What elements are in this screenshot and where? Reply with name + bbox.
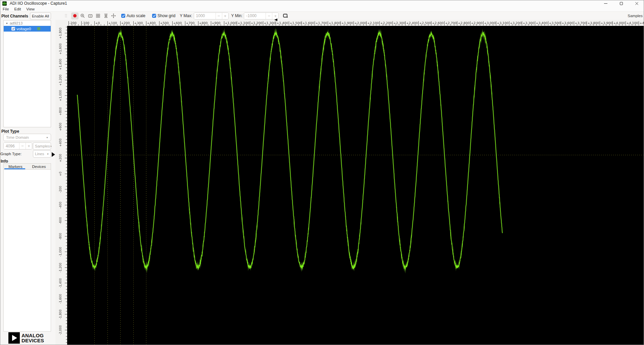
auto-scale-label: Auto scale [127,13,145,18]
enable-all-button[interactable]: Enable All [30,12,51,19]
app-icon [2,1,7,6]
zoom-out-button[interactable] [87,12,94,19]
sample-unit-value: Samples [35,144,50,148]
record-icon [73,14,77,17]
plot-channels-heading: Plot Channels [1,14,28,18]
show-grid-label: Show grid [157,13,175,18]
capture-plot [55,20,644,345]
toolbar-grip-handle[interactable] [65,14,67,17]
tab-devices-label: Devices [32,165,46,169]
graph-type-value: Lines [35,152,44,156]
tab-devices[interactable]: Devices [27,164,51,169]
checkbox-checked-icon [121,14,125,18]
hourglass-icon [104,13,108,18]
new-plot-icon [283,13,288,18]
y-min-increment-button[interactable]: + [272,13,278,19]
sample-count-decrement-button[interactable]: − [19,143,26,149]
zoom-in-button[interactable] [79,12,86,19]
menu-file[interactable]: File [0,6,12,12]
move-button[interactable] [110,12,117,19]
y-max-decrement-button[interactable]: − [216,13,222,19]
y-min-spinner: − + [244,12,279,19]
auto-scale-checkbox[interactable]: Auto scale [121,13,145,18]
adi-logo-icon [8,332,20,344]
channel-row-voltage0[interactable]: voltage0 [4,26,51,32]
graph-type-label: Graph Type: [0,152,21,156]
y-min-label: Y Min: [231,13,243,18]
x-marker-arrow-icon[interactable] [274,18,277,21]
logo-line2: DEVICES [21,338,44,343]
active-tab-underline [4,168,25,169]
zoom-out-icon [88,13,93,18]
window-title: ADI IIO Oscilloscope - Capture1 [10,1,67,6]
minimize-button[interactable] [598,0,613,6]
capture-toolbar: Auto scale Show grid Y Max: − + Y Min: −… [51,12,644,20]
zoom-fit-button[interactable] [94,12,102,19]
channel-checkbox-checked-icon[interactable] [11,27,15,31]
auto-refresh-button[interactable] [102,12,109,19]
menu-view[interactable]: View [24,6,37,12]
sample-count-increment-button[interactable]: + [26,143,32,149]
new-plot-button[interactable] [282,12,289,19]
y-max-input[interactable] [194,13,216,19]
plot-type-dropdown[interactable]: Time Domain ▼ [3,134,51,141]
sidebar: Plot Channels Enable All ▼ ad9213 voltag… [0,12,51,345]
channel-color-swatch [37,27,40,30]
y-max-label: Y Max: [180,13,192,18]
analog-devices-logo: ANALOG DEVICES [8,332,44,344]
sample-count-input[interactable] [4,143,19,149]
x-axis-unit-label: Samples [628,14,643,18]
close-button[interactable] [629,0,644,6]
menubar: File Edit View [0,6,644,12]
chevron-down-icon: ▼ [46,136,48,139]
show-grid-checkbox[interactable]: Show grid [152,13,175,18]
zoom-fit-icon [96,13,100,18]
maximize-icon [620,2,623,5]
plot-type-value: Time Domain [6,135,29,139]
y-min-decrement-button[interactable]: − [266,13,272,19]
channel-tree: ▼ ad9213 voltage0 [3,20,51,127]
record-capture-button[interactable] [71,12,79,19]
oscilloscope-plot-canvas[interactable] [55,20,644,345]
titlebar: ADI IIO Oscilloscope - Capture1 [0,0,644,6]
close-icon [635,2,638,5]
maximize-button[interactable] [613,0,629,6]
tab-markers[interactable]: Markers [4,164,27,169]
y-max-increment-button[interactable]: + [222,13,228,19]
zoom-in-icon [80,13,85,18]
pane-splitter[interactable] [51,20,55,345]
y-max-spinner: − + [194,12,229,19]
info-heading: Info [1,159,8,164]
minimize-icon [604,2,607,5]
y-min-input[interactable] [244,13,266,19]
info-tabbar: Markers Devices [3,163,51,170]
chevron-down-icon: ▼ [47,153,49,155]
device-name: ad9213 [10,21,22,25]
sample-count-spinner: − + [3,142,32,149]
channel-name: voltage0 [16,27,31,31]
info-panel [3,170,51,332]
plot-type-heading: Plot Type [1,129,19,134]
logo-line1: ANALOG [21,333,44,338]
graph-type-dropdown[interactable]: Lines ▼ [33,150,51,158]
expander-icon[interactable]: ▼ [6,22,8,25]
move-crosshair-icon [111,13,116,18]
tree-device-row-ad9213[interactable]: ▼ ad9213 [4,20,51,26]
sample-unit-dropdown[interactable]: Samples ▼ [33,142,51,150]
y-marker-arrow-icon[interactable] [52,152,55,157]
menu-edit[interactable]: Edit [12,6,24,12]
checkbox-checked-icon [152,14,156,18]
